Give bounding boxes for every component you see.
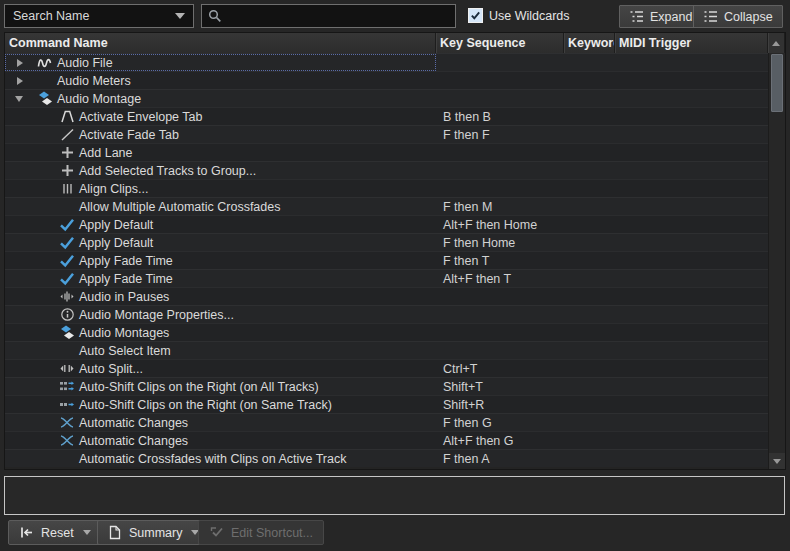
column-header-keyword[interactable]: Keyword	[564, 33, 615, 53]
summary-button[interactable]: Summary	[97, 520, 210, 545]
table-row[interactable]: Audio Montages	[5, 323, 768, 341]
expand-arrow-icon[interactable]	[13, 54, 33, 71]
command-name-cell[interactable]: Apply Fade Time	[5, 252, 436, 269]
command-name-cell[interactable]: Apply Fade Time	[5, 270, 436, 287]
reset-button[interactable]: Reset	[8, 520, 102, 545]
command-name-cell[interactable]: Align Clips...	[5, 180, 436, 197]
table-row[interactable]: Add Lane	[5, 143, 768, 161]
checkmark-icon	[470, 10, 481, 21]
expand-arrow-icon[interactable]	[13, 72, 33, 89]
collapse-button[interactable]: Collapse	[693, 5, 783, 28]
expander-spacer	[13, 324, 33, 341]
midi-trigger-cell	[615, 378, 768, 395]
command-label: Apply Default	[79, 236, 153, 250]
command-name-cell[interactable]: Add Selected Tracks to Group...	[5, 162, 436, 179]
command-name-cell[interactable]: Audio in Pauses	[5, 288, 436, 305]
table-row[interactable]: Apply Fade TimeAlt+F then T	[5, 269, 768, 287]
command-label: Activate Fade Tab	[79, 128, 179, 142]
keyword-cell	[564, 162, 615, 179]
scrollbar-up-button[interactable]	[768, 33, 785, 53]
table-row[interactable]: Audio in Pauses	[5, 287, 768, 305]
column-header-key-sequence[interactable]: Key Sequence	[436, 33, 564, 53]
expander-spacer	[13, 414, 33, 431]
table-header: Command Name Key Sequence Keyword MIDI T…	[5, 33, 785, 53]
table-row[interactable]: Activate Fade TabF then F	[5, 125, 768, 143]
keyword-cell	[564, 288, 615, 305]
command-name-cell[interactable]: Automatic Crossfades with Clips on Activ…	[5, 450, 436, 467]
table-row[interactable]: Automatic ChangesAlt+F then G	[5, 431, 768, 449]
midi-trigger-cell	[615, 450, 768, 467]
table-row[interactable]: Apply DefaultF then Home	[5, 233, 768, 251]
table-row[interactable]: Audio Montage	[5, 89, 768, 107]
table-row[interactable]: Audio File	[5, 53, 768, 71]
search-field-selector-value: Search Name	[13, 9, 89, 23]
table-row[interactable]: Apply DefaultAlt+F then Home	[5, 215, 768, 233]
command-name-cell[interactable]: Audio Montages	[5, 324, 436, 341]
table-row[interactable]: Align Clips...	[5, 179, 768, 197]
search-input[interactable]	[227, 9, 449, 23]
scrollbar-thumb[interactable]	[771, 54, 783, 112]
key-sequence-cell	[436, 180, 564, 197]
command-name-cell[interactable]: Audio Montage	[5, 90, 436, 107]
collapse-arrow-icon[interactable]	[13, 90, 33, 107]
vertical-scrollbar[interactable]	[768, 53, 785, 469]
table-row[interactable]: Auto-Shift Clips on the Right (on Same T…	[5, 395, 768, 413]
command-name-cell[interactable]: Audio Montage Properties...	[5, 306, 436, 323]
key-sequence-cell: Shift+R	[436, 396, 564, 413]
command-name-cell[interactable]: Activate Envelope Tab	[5, 108, 436, 125]
table-row[interactable]: Add Selected Tracks to Group...	[5, 161, 768, 179]
expand-button[interactable]: Expand	[619, 5, 702, 28]
description-panel	[4, 476, 785, 515]
command-label: Automatic Crossfades with Clips on Activ…	[79, 452, 346, 466]
command-name-cell[interactable]: Automatic Changes	[5, 432, 436, 449]
table-row[interactable]: Automatic Crossfades with Clips on Activ…	[5, 449, 768, 467]
keyword-cell	[564, 270, 615, 287]
key-sequence-cell: F then G	[436, 414, 564, 431]
keyword-cell	[564, 198, 615, 215]
table-row[interactable]: Allow Multiple Automatic CrossfadesF the…	[5, 197, 768, 215]
table-row[interactable]: Audio Montage Properties...	[5, 305, 768, 323]
column-header-command-name[interactable]: Command Name	[5, 33, 436, 53]
key-sequence-cell	[436, 90, 564, 107]
command-label: Activate Envelope Tab	[79, 110, 202, 124]
command-name-cell[interactable]: Auto Select Item	[5, 342, 436, 359]
keyword-cell	[564, 450, 615, 467]
midi-trigger-cell	[615, 72, 768, 89]
table-row[interactable]: Activate Envelope TabB then B	[5, 107, 768, 125]
command-name-cell[interactable]: Apply Default	[5, 234, 436, 251]
scrollbar-down-button[interactable]	[769, 453, 785, 469]
midi-trigger-cell	[615, 90, 768, 107]
midi-trigger-cell	[615, 414, 768, 431]
command-name-cell[interactable]: Apply Default	[5, 216, 436, 233]
table-row[interactable]: Auto-Shift Clips on the Right (on All Tr…	[5, 377, 768, 395]
command-name-cell[interactable]: Allow Multiple Automatic Crossfades	[5, 198, 436, 215]
command-name-cell[interactable]: Automatic Changes	[5, 414, 436, 431]
command-name-cell[interactable]: Audio Meters	[5, 72, 436, 89]
triangle-down-icon	[773, 459, 781, 464]
midi-trigger-cell	[615, 432, 768, 449]
command-label: Auto Split...	[79, 362, 143, 376]
command-name-cell[interactable]: Audio File	[5, 54, 436, 71]
use-wildcards-checkbox[interactable]	[468, 8, 483, 23]
command-name-cell[interactable]: Add Lane	[5, 144, 436, 161]
table-row[interactable]: Audio Meters	[5, 71, 768, 89]
expander-spacer	[13, 450, 33, 467]
key-sequence-cell: F then A	[436, 450, 564, 467]
expand-button-label: Expand	[650, 10, 692, 24]
column-header-midi-trigger[interactable]: MIDI Trigger	[615, 33, 768, 53]
table-row[interactable]: Apply Fade TimeF then T	[5, 251, 768, 269]
search-field-selector[interactable]: Search Name	[4, 4, 194, 28]
keyword-cell	[564, 432, 615, 449]
edit-shortcut-button[interactable]: Edit Shortcut...	[198, 520, 324, 545]
command-name-cell[interactable]: Auto Split...	[5, 360, 436, 377]
expander-spacer	[13, 306, 33, 323]
key-sequence-cell	[436, 144, 564, 161]
command-name-cell[interactable]: Activate Fade Tab	[5, 126, 436, 143]
search-icon	[208, 9, 222, 23]
table-row[interactable]: Auto Split...Ctrl+T	[5, 359, 768, 377]
table-row[interactable]: Automatic ChangesF then G	[5, 413, 768, 431]
search-box[interactable]	[201, 4, 456, 28]
table-row[interactable]: Auto Select Item	[5, 341, 768, 359]
command-name-cell[interactable]: Auto-Shift Clips on the Right (on Same T…	[5, 396, 436, 413]
command-name-cell[interactable]: Auto-Shift Clips on the Right (on All Tr…	[5, 378, 436, 395]
